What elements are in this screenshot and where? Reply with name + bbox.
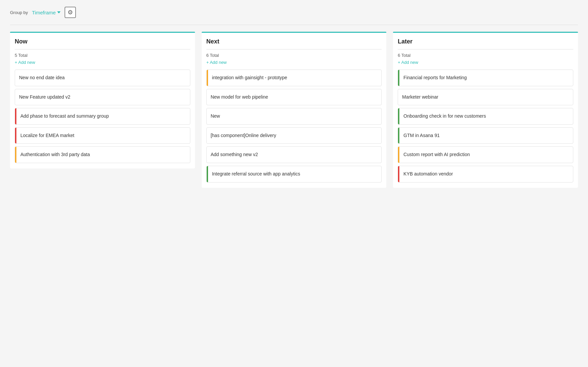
card[interactable]: Add something new v2 <box>206 146 382 163</box>
card[interactable]: Integrate referral source with app analy… <box>206 166 382 182</box>
card-bar-green <box>398 128 399 144</box>
card-text: Add phase to forecast and summary group <box>20 113 109 119</box>
card-text: Financial reports for Marketing <box>403 75 467 80</box>
card-bar-green <box>398 70 399 86</box>
card-text: Add something new v2 <box>211 152 258 157</box>
card-bar-green <box>207 166 208 182</box>
cards-next: integration with gainsight - prototypeNe… <box>206 70 382 182</box>
cards-now: New no end date ideaNew Feature updated … <box>15 70 190 163</box>
card-bar-yellow <box>398 147 399 163</box>
gear-icon: ⚙ <box>68 9 73 16</box>
card[interactable]: New model for web pipeline <box>206 89 382 106</box>
card[interactable]: New <box>206 108 382 125</box>
card-text: Authentication with 3rd party data <box>20 152 90 157</box>
card[interactable]: [has component]Online delivery <box>206 127 382 144</box>
card-text: Integrate referral source with app analy… <box>212 171 300 176</box>
card[interactable]: KYB automation vendor <box>398 166 573 182</box>
card-text: New no end date idea <box>19 75 65 80</box>
add-new-now[interactable]: + Add new <box>15 60 190 65</box>
card[interactable]: Marketer webinar <box>398 89 573 106</box>
column-title-next: Next <box>206 38 382 45</box>
card[interactable]: Authentication with 3rd party data <box>15 146 190 163</box>
card-text: Marketer webinar <box>402 94 438 100</box>
group-by-label: Group by <box>10 10 28 15</box>
card[interactable]: Financial reports for Marketing <box>398 70 573 86</box>
divider <box>10 25 578 25</box>
column-total-now: 5 Total <box>15 53 190 58</box>
add-new-later[interactable]: + Add new <box>398 60 573 65</box>
card-text: KYB automation vendor <box>403 171 453 176</box>
card[interactable]: integration with gainsight - prototype <box>206 70 382 86</box>
column-total-next: 6 Total <box>206 53 382 58</box>
column-next: Next6 Total+ Add newintegration with gai… <box>202 32 387 188</box>
column-total-later: 6 Total <box>398 53 573 58</box>
card[interactable]: Localize for EMEA market <box>15 127 190 144</box>
card[interactable]: Onboarding check in for new customers <box>398 108 573 125</box>
card-text: Onboarding check in for new customers <box>403 113 486 119</box>
card-text: Localize for EMEA market <box>20 133 74 138</box>
card-bar-yellow <box>15 147 16 163</box>
card-text: New model for web pipeline <box>211 94 268 100</box>
card-bar-red <box>398 166 399 182</box>
gear-button[interactable]: ⚙ <box>65 7 76 18</box>
card[interactable]: New Feature updated v2 <box>15 89 190 106</box>
card[interactable]: New no end date idea <box>15 70 190 86</box>
card-text: GTM in Asana 91 <box>403 133 439 138</box>
card[interactable]: Add phase to forecast and summary group <box>15 108 190 125</box>
card-bar-green <box>398 108 399 124</box>
card-bar-red <box>15 108 16 124</box>
timeframe-selector[interactable]: Timeframe <box>32 10 60 15</box>
card-text: New <box>211 113 220 119</box>
column-now: Now5 Total+ Add newNew no end date ideaN… <box>10 32 195 168</box>
add-new-next[interactable]: + Add new <box>206 60 382 65</box>
board: Now5 Total+ Add newNew no end date ideaN… <box>10 32 578 188</box>
column-divider <box>398 49 573 49</box>
chevron-down-icon <box>57 11 61 13</box>
timeframe-label: Timeframe <box>32 10 56 15</box>
cards-later: Financial reports for MarketingMarketer … <box>398 70 573 182</box>
card[interactable]: Custom report with AI prediction <box>398 146 573 163</box>
card-text: New Feature updated v2 <box>19 94 70 100</box>
card-text: integration with gainsight - prototype <box>212 75 287 80</box>
column-title-later: Later <box>398 38 573 45</box>
column-divider <box>206 49 382 49</box>
card[interactable]: GTM in Asana 91 <box>398 127 573 144</box>
column-divider <box>15 49 190 49</box>
group-by-bar: Group by Timeframe ⚙ <box>10 7 578 18</box>
card-text: Custom report with AI prediction <box>403 152 470 157</box>
column-title-now: Now <box>15 38 190 45</box>
card-bar-yellow <box>207 70 208 86</box>
column-later: Later6 Total+ Add newFinancial reports f… <box>393 32 578 188</box>
card-text: [has component]Online delivery <box>211 133 276 138</box>
card-bar-red <box>15 128 16 144</box>
